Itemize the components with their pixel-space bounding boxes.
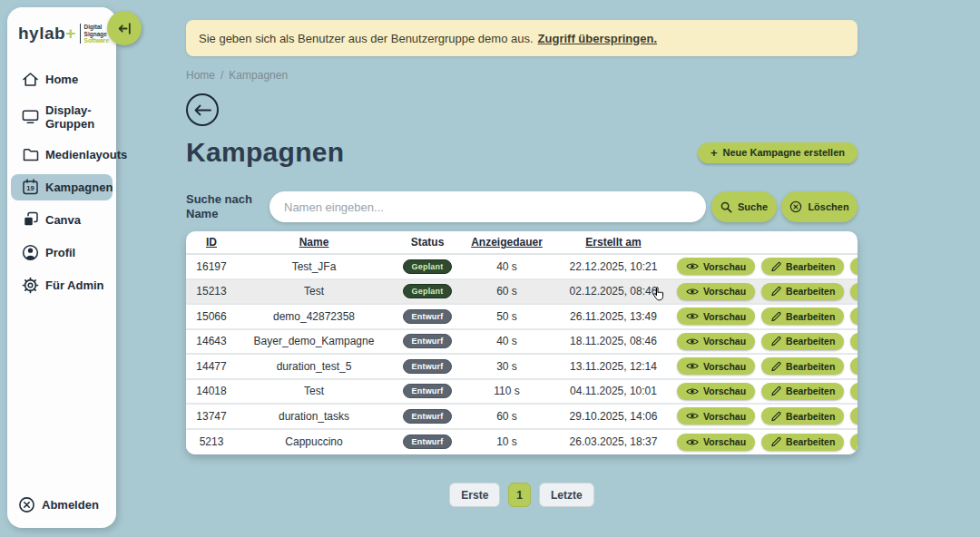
table-row[interactable]: 5213 Cappuccino Entwurf 10 s 26.03.2025,… xyxy=(186,430,858,455)
eye-icon xyxy=(686,337,699,346)
column-header-name[interactable]: Name xyxy=(237,236,391,249)
campaign-name: Cappuccino xyxy=(237,435,391,448)
create-campaign-button[interactable]: + Neue Kampagne erstellen xyxy=(698,142,858,163)
logo-text: hylab+ xyxy=(18,24,76,44)
campaign-id: 14643 xyxy=(186,335,237,347)
sidebar-item-home[interactable]: Home xyxy=(11,66,113,93)
campaign-id: 13747 xyxy=(186,410,237,423)
preview-button[interactable]: Vorschau xyxy=(677,357,755,375)
campaigns-table: ID Name Status Anzeigedauer Erstellt am … xyxy=(186,231,858,454)
campaign-name: Test xyxy=(237,285,391,298)
table-row[interactable]: 15213 Test Geplant 60 s 02.12.2025, 08:4… xyxy=(186,280,858,306)
search-input[interactable] xyxy=(270,191,706,222)
edit-button[interactable]: Bearbeiten xyxy=(761,258,844,275)
preview-button[interactable]: Vorschau xyxy=(677,283,755,300)
campaign-duration: 110 s xyxy=(464,385,550,397)
pagination-current[interactable]: 1 xyxy=(508,483,531,507)
status-badge: Geplant xyxy=(403,284,453,298)
preview-button[interactable]: Vorschau xyxy=(677,407,755,425)
preview-button[interactable]: Vorschau xyxy=(677,383,755,400)
delete-button[interactable]: Löschen xyxy=(850,308,858,325)
preview-button[interactable]: Vorschau xyxy=(677,333,755,350)
sidebar-item-display-gruppen[interactable]: Display-Gruppen xyxy=(11,99,113,135)
campaign-id: 15066 xyxy=(186,310,237,323)
campaign-duration: 50 s xyxy=(464,310,550,323)
preview-button[interactable]: Vorschau xyxy=(677,434,755,451)
campaign-name: Test xyxy=(237,385,391,397)
delete-button[interactable]: Löschen xyxy=(850,407,858,425)
campaign-created: 13.11.2025, 12:14 xyxy=(550,360,677,373)
campaign-created: 26.03.2025, 18:37 xyxy=(550,435,677,448)
sidebar-item-label: Für Admin xyxy=(45,278,104,292)
campaign-duration: 60 s xyxy=(464,285,550,298)
banner-text: Sie geben sich als Benutzer aus der Benu… xyxy=(199,32,534,45)
delete-button[interactable]: Löschen xyxy=(850,333,858,350)
column-header-anzeigedauer[interactable]: Anzeigedauer xyxy=(464,236,550,249)
delete-button[interactable]: Löschen xyxy=(850,258,858,275)
edit-button[interactable]: Bearbeiten xyxy=(761,283,844,300)
status-badge: Entwurf xyxy=(403,334,453,348)
campaign-duration: 60 s xyxy=(464,410,550,423)
column-header-erstellt-am[interactable]: Erstellt am xyxy=(550,236,677,249)
folder-icon xyxy=(22,146,39,163)
search-icon xyxy=(720,201,732,213)
sidebar-item-kampagnen[interactable]: 19 Kampagnen xyxy=(11,174,113,200)
edit-button[interactable]: Bearbeiten xyxy=(761,434,844,451)
status-badge: Entwurf xyxy=(403,359,453,374)
delete-button[interactable]: Löschen xyxy=(850,434,858,451)
edit-button[interactable]: Bearbeiten xyxy=(761,308,844,325)
sidebar-collapse-button[interactable] xyxy=(107,11,142,45)
table-row[interactable]: 16197 Test_JFa Geplant 40 s 22.12.2025, … xyxy=(186,255,858,280)
eye-icon xyxy=(686,262,699,270)
table-row[interactable]: 14477 duration_test_5 Entwurf 30 s 13.11… xyxy=(186,355,858,380)
search-label: Suche nach Name xyxy=(186,192,270,221)
pagination-first[interactable]: Erste xyxy=(449,483,500,507)
sidebar-item-label: Home xyxy=(45,73,78,86)
impersonation-banner: Sie geben sich als Benutzer aus der Benu… xyxy=(186,20,858,56)
x-circle-icon xyxy=(789,200,802,213)
table-row[interactable]: 14643 Bayer_demo_Kampagne Entwurf 40 s 1… xyxy=(186,330,858,356)
sidebar-item-label: Kampagnen xyxy=(45,181,113,194)
svg-text:19: 19 xyxy=(26,184,34,192)
edit-button[interactable]: Bearbeiten xyxy=(761,407,844,425)
edit-button[interactable]: Bearbeiten xyxy=(761,383,844,400)
logout-label: Abmelden xyxy=(42,498,99,512)
logout-button[interactable]: Abmelden xyxy=(18,496,99,513)
delete-button[interactable]: Löschen xyxy=(850,357,858,375)
clear-search-button[interactable]: Löschen xyxy=(781,191,858,222)
campaign-id: 5213 xyxy=(186,435,237,448)
sidebar-item-label: Medienlayouts xyxy=(45,148,127,161)
table-row[interactable]: 15066 demo_42872358 Entwurf 50 s 26.11.2… xyxy=(186,305,858,330)
edit-button[interactable]: Bearbeiten xyxy=(761,357,844,375)
edit-button[interactable]: Bearbeiten xyxy=(761,333,844,350)
sidebar-item-profil[interactable]: Profil xyxy=(11,239,113,266)
search-button[interactable]: Suche xyxy=(711,191,777,222)
preview-button[interactable]: Vorschau xyxy=(677,258,755,275)
delete-button[interactable]: Löschen xyxy=(850,383,858,400)
page-title: Kampagnen xyxy=(186,137,344,168)
preview-button[interactable]: Vorschau xyxy=(677,308,755,325)
delete-button[interactable]: Löschen xyxy=(850,283,858,300)
table-row[interactable]: 13747 duration_tasks Entwurf 60 s 29.10.… xyxy=(186,405,858,430)
profile-icon xyxy=(22,244,39,261)
campaign-name: demo_42872358 xyxy=(237,310,391,323)
breadcrumb-home[interactable]: Home xyxy=(186,69,215,82)
sidebar-item-canva[interactable]: Canva xyxy=(11,207,113,233)
pencil-icon xyxy=(770,436,781,447)
gear-icon xyxy=(22,277,39,294)
table-row[interactable]: 14018 Test Entwurf 110 s 04.11.2025, 10:… xyxy=(186,380,858,405)
back-button[interactable] xyxy=(186,93,219,126)
breadcrumb-current: Kampagnen xyxy=(229,69,288,82)
campaign-name: Bayer_demo_Kampagne xyxy=(237,335,391,347)
skip-access-link[interactable]: Zugriff überspringen. xyxy=(538,32,657,45)
calendar-icon: 19 xyxy=(22,179,39,196)
pencil-icon xyxy=(770,411,781,422)
sidebar-item-medienlayouts[interactable]: Medienlayouts xyxy=(11,142,113,168)
sidebar: hylab+ Digital Signage Software Home Dis… xyxy=(7,7,116,528)
pagination-last[interactable]: Letzte xyxy=(539,483,594,507)
sidebar-item-fuer-admin[interactable]: Für Admin xyxy=(11,272,113,298)
status-badge: Entwurf xyxy=(403,309,453,324)
column-header-id[interactable]: ID xyxy=(186,236,237,249)
campaign-name: duration_tasks xyxy=(237,410,391,423)
eye-icon xyxy=(686,438,699,446)
